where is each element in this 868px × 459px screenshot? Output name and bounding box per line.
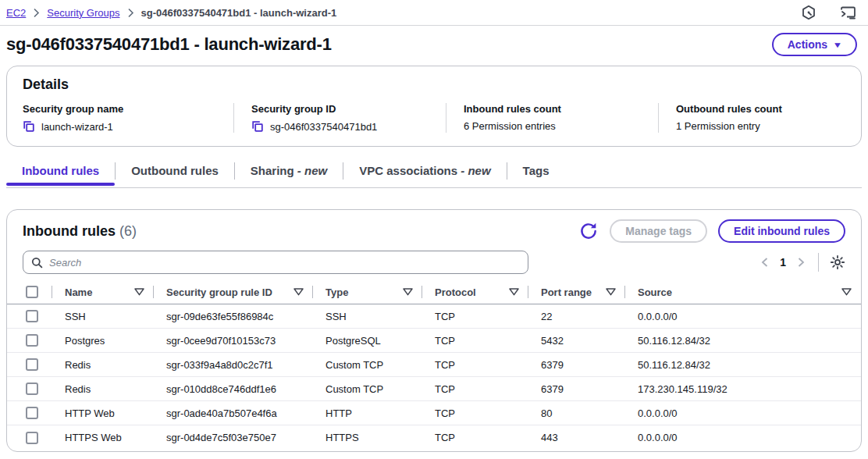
cell-rule-id: sgr-010dd8ce746ddf1e6 (154, 377, 313, 401)
field-security-group-id: Security group ID sg-046f0337540471bd1 (233, 103, 446, 133)
page-number[interactable]: 1 (780, 256, 786, 269)
column-header-name[interactable]: Name (52, 280, 154, 304)
select-all-checkbox[interactable] (26, 286, 38, 298)
cell-type: SSH (313, 304, 422, 329)
gear-icon[interactable] (830, 254, 845, 270)
previous-page-icon[interactable] (759, 255, 770, 269)
cell-port-range: 22 (528, 304, 625, 329)
cell-name: HTTP Web (52, 401, 154, 425)
cell-type: HTTP (313, 401, 422, 425)
field-label: Outbound rules count (676, 103, 833, 115)
cell-port-range: 443 (528, 425, 625, 450)
tab-label: Tags (523, 164, 550, 177)
field-value: 6 Permission entries (464, 120, 556, 132)
cell-source: 0.0.0.0/0 (625, 425, 861, 450)
filter-icon[interactable] (606, 288, 616, 296)
copy-icon[interactable] (251, 120, 264, 133)
breadcrumb-link-security-groups[interactable]: Security Groups (47, 7, 119, 19)
details-title: Details (23, 76, 845, 93)
field-label: Security group ID (251, 103, 433, 115)
search-input[interactable] (49, 257, 520, 269)
cell-protocol: TCP (422, 401, 528, 425)
row-checkbox[interactable] (26, 310, 38, 322)
cell-type: HTTPS (313, 425, 422, 450)
cell-source: 50.116.12.84/32 (625, 329, 861, 353)
cell-name: Postgres (52, 329, 154, 353)
breadcrumb-link-ec2[interactable]: EC2 (6, 7, 26, 19)
chevron-down-icon: ▼ (833, 41, 843, 49)
field-inbound-rules-count: Inbound rules count 6 Permission entries (446, 103, 658, 133)
table-row[interactable]: HTTPS Web sgr-0d4de7c5f03e750e7 HTTPS TC… (7, 425, 861, 450)
table-row[interactable]: HTTP Web sgr-0ade40a7b507e4f6a HTTP TCP … (7, 401, 861, 425)
history-icon[interactable] (801, 5, 816, 20)
column-header-type[interactable]: Type (313, 280, 422, 304)
column-header-port-range[interactable]: Port range (528, 280, 625, 304)
cell-protocol: TCP (422, 425, 528, 450)
field-value: launch-wizard-1 (41, 121, 113, 133)
tab-sharing[interactable]: Sharing - new (235, 159, 343, 187)
cell-rule-id: sgr-0ade40a7b507e4f6a (154, 401, 313, 425)
next-page-icon[interactable] (795, 255, 807, 269)
cloudshell-icon[interactable] (840, 5, 857, 20)
row-checkbox[interactable] (26, 382, 38, 395)
cell-port-range: 6379 (528, 353, 625, 377)
breadcrumb-current: sg-046f0337540471bd1 - launch-wizard-1 (141, 7, 337, 19)
filter-icon[interactable] (841, 288, 852, 296)
row-checkbox[interactable] (26, 334, 38, 347)
chevron-right-icon (33, 8, 40, 18)
table-row[interactable]: Redis sgr-033f9a4a8d0c2c7f1 Custom TCP T… (7, 353, 861, 377)
column-header-rule-id[interactable]: Security group rule ID (154, 280, 313, 304)
breadcrumb-bar: EC2 Security Groups sg-046f0337540471bd1… (0, 0, 868, 26)
cell-rule-id: sgr-09de63fe55f86984c (154, 304, 313, 329)
panel-title-text: Inbound rules (23, 223, 116, 239)
column-header-protocol[interactable]: Protocol (422, 280, 528, 304)
field-label: Inbound rules count (464, 103, 646, 115)
edit-inbound-rules-button[interactable]: Edit inbound rules (718, 219, 845, 243)
refresh-icon[interactable] (578, 221, 599, 241)
row-checkbox[interactable] (26, 432, 38, 444)
column-label: Port range (541, 286, 592, 298)
cell-type: Custom TCP (313, 377, 422, 401)
table-body: SSH sgr-09de63fe55f86984c SSH TCP 22 0.0… (7, 304, 861, 450)
tab-vpc-associations[interactable]: VPC associations - new (343, 159, 506, 187)
column-label: Type (326, 286, 348, 298)
cell-source: 173.230.145.119/32 (625, 377, 861, 401)
tab-label: Sharing (251, 164, 294, 177)
select-all-cell (7, 280, 52, 304)
cell-protocol: TCP (422, 377, 528, 401)
pagination: 1 (759, 253, 845, 272)
field-security-group-name: Security group name launch-wizard-1 (23, 103, 233, 133)
tab-inbound-rules[interactable]: Inbound rules (6, 159, 115, 187)
cell-source: 0.0.0.0/0 (625, 304, 861, 329)
search-box[interactable] (23, 251, 528, 274)
manage-tags-button[interactable]: Manage tags (610, 219, 707, 243)
cell-name: Redis (52, 377, 154, 401)
tab-outbound-rules[interactable]: Outbound rules (116, 159, 234, 187)
column-label: Name (65, 286, 92, 298)
field-label: Security group name (23, 103, 221, 115)
details-panel: Details Security group name launch-wizar… (6, 66, 862, 147)
filter-icon[interactable] (134, 288, 144, 296)
tab-tags[interactable]: Tags (507, 159, 565, 187)
row-checkbox[interactable] (26, 407, 38, 419)
cell-source: 50.116.12.84/32 (625, 353, 861, 377)
copy-icon[interactable] (23, 120, 35, 133)
page-header: sg-046f0337540471bd1 - launch-wizard-1 A… (6, 33, 857, 56)
tab-bar: Inbound rules Outbound rules Sharing - n… (6, 159, 862, 188)
table-row[interactable]: SSH sgr-09de63fe55f86984c SSH TCP 22 0.0… (7, 304, 861, 329)
row-checkbox[interactable] (26, 358, 38, 371)
table-row[interactable]: Postgres sgr-0cee9d70f10153c73 PostgreSQ… (7, 329, 861, 353)
tab-label: VPC associations (359, 164, 457, 177)
column-header-source[interactable]: Source (625, 280, 861, 304)
table-row[interactable]: Redis sgr-010dd8ce746ddf1e6 Custom TCP T… (7, 377, 861, 401)
cell-name: HTTPS Web (52, 425, 154, 450)
actions-button[interactable]: Actions ▼ (772, 33, 857, 56)
edit-inbound-rules-label: Edit inbound rules (734, 225, 830, 237)
filter-icon[interactable] (293, 288, 304, 296)
filter-icon[interactable] (509, 288, 519, 296)
table-header-row: Name Security group rule ID Type Protoco… (7, 280, 861, 304)
cell-port-range: 6379 (528, 377, 625, 401)
filter-icon[interactable] (403, 288, 413, 296)
details-grid: Security group name launch-wizard-1 Secu… (23, 103, 845, 133)
column-label: Security group rule ID (166, 286, 272, 298)
